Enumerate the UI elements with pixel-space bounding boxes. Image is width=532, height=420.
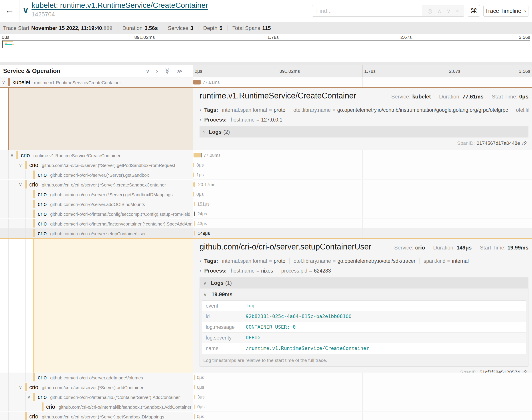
- span-operation: github.com/cri-o/cri-o/server.(*Server).…: [42, 385, 143, 390]
- trace-title-link[interactable]: kubelet: runtime.v1.RuntimeService/Creat…: [31, 1, 208, 10]
- collapse-trace-icon[interactable]: ∨: [22, 5, 29, 15]
- log-entry-header[interactable]: ∨ 19.99ms: [202, 288, 526, 300]
- link-icon[interactable]: [522, 141, 527, 146]
- span-row[interactable]: criogithub.com/cri-o/cri-o/internal/fact…: [0, 219, 532, 228]
- collapse-one-icon[interactable]: ∨: [146, 68, 150, 75]
- span-row[interactable]: criogithub.com/cri-o/cri-o/server.(*Serv…: [0, 189, 532, 199]
- span-bar[interactable]: [193, 173, 194, 177]
- span-row[interactable]: ∨ kubeletruntime.v1.RuntimeService/Creat…: [0, 77, 532, 87]
- logs-accordion[interactable]: ∨ Logs(1): [200, 277, 529, 288]
- expand-all-icon[interactable]: ≫: [176, 68, 182, 75]
- span-duration: 3μs: [197, 392, 205, 402]
- log-fields-table: eventlog id92b82381-025c-4a64-815c-ba2e1…: [202, 300, 526, 354]
- span-duration: 43μs: [197, 219, 207, 228]
- start-time-value: 19.99ms: [507, 245, 529, 251]
- process-row[interactable]: › Process: host.name=nixos process.pid=6…: [200, 268, 529, 274]
- span-row[interactable]: criogithub.com/cri-o/cri-o/server.addIma…: [0, 373, 532, 382]
- span-row[interactable]: ∨ criogithub.com/cri-o/cri-o/server.(*Se…: [0, 382, 532, 392]
- divider: [163, 25, 163, 31]
- services-value: 3: [190, 25, 193, 31]
- span-row[interactable]: criogithub.com/cri-o/cri-o/server.addOCI…: [0, 199, 532, 209]
- span-row[interactable]: criogithub.com/cri-o/cri-o/server.(*Serv…: [0, 170, 532, 180]
- chevron-right-icon[interactable]: ›: [200, 107, 201, 113]
- find-input[interactable]: [312, 5, 422, 16]
- span-row-selected[interactable]: criogithub.com/cri-o/cri-o/server.setupC…: [0, 228, 532, 238]
- back-button[interactable]: ←: [5, 5, 14, 15]
- chevron-right-icon[interactable]: ›: [200, 268, 201, 274]
- span-row[interactable]: ∨ crioruntime.v1.RuntimeService/CreateCo…: [0, 150, 532, 160]
- span-duration: 0μs: [197, 412, 204, 420]
- span-bar[interactable]: [194, 211, 194, 216]
- expand-one-icon[interactable]: ›: [156, 68, 158, 75]
- process-value: nixos: [261, 268, 273, 274]
- services-label: Services: [168, 25, 188, 31]
- chevron-down-icon[interactable]: ∨: [19, 160, 22, 170]
- clear-search-icon[interactable]: ×: [456, 8, 459, 14]
- log-field-key: event: [202, 303, 246, 309]
- span-operation: github.com/cri-o/cri-o/internal/lib/sand…: [59, 405, 191, 410]
- span-bar[interactable]: [194, 395, 195, 399]
- chevron-down-icon[interactable]: ∨: [10, 150, 14, 160]
- span-bar[interactable]: [193, 80, 201, 85]
- span-bar[interactable]: [194, 231, 195, 236]
- span-bar[interactable]: [194, 385, 195, 390]
- span-duration: 149μs: [198, 228, 210, 238]
- minimap-span: [5, 44, 12, 45]
- divider: [117, 25, 117, 31]
- span-color-bar: [33, 373, 35, 381]
- span-row[interactable]: criogithub.com/cri-o/cri-o/internal/lib/…: [0, 402, 532, 412]
- span-row[interactable]: ∨ criogithub.com/cri-o/cri-o/internal/li…: [0, 392, 532, 402]
- span-bar[interactable]: [194, 153, 201, 157]
- chevron-right-icon[interactable]: ›: [200, 117, 201, 123]
- span-detail-row: github.com/cri-o/cri-o/server.setupConta…: [0, 238, 532, 373]
- span-service: crio: [38, 172, 47, 178]
- next-match-icon[interactable]: ∨: [447, 8, 451, 14]
- log-field-row: id92b82381-025c-4a64-815c-ba2e1bb08100: [202, 311, 526, 322]
- chevron-down-icon[interactable]: ∨: [19, 180, 22, 189]
- keyboard-shortcuts-button[interactable]: ⌘: [468, 5, 480, 17]
- chevron-right-icon[interactable]: ›: [200, 258, 201, 264]
- span-service: crio: [38, 191, 47, 197]
- tags-row[interactable]: › Tags: internal.span.format=proto otel.…: [200, 107, 529, 113]
- chevron-down-icon[interactable]: ∨: [27, 392, 31, 402]
- collapse-all-icon[interactable]: ≫: [164, 68, 171, 74]
- link-icon[interactable]: [522, 370, 527, 373]
- minimap-canvas[interactable]: [2, 40, 530, 60]
- tag-key: span.kind: [424, 258, 445, 264]
- start-time-value: 0μs: [519, 94, 529, 100]
- span-operation: github.com/cri-o/cri-o/server.(*Server).…: [42, 182, 166, 187]
- span-bar[interactable]: [194, 202, 195, 206]
- log-field-value: log: [246, 303, 255, 309]
- minimap-tick: 3.56s: [519, 35, 530, 40]
- span-duration: 8μs: [196, 160, 204, 170]
- span-bar[interactable]: [194, 221, 195, 226]
- total-spans-label: Total Spans: [232, 25, 260, 31]
- column-resizer[interactable]: [191, 73, 192, 77]
- span-row[interactable]: ∨ criogithub.com/cri-o/cri-o/server.(*Se…: [0, 160, 532, 170]
- span-row[interactable]: criogithub.com/cri-o/cri-o/internal/conf…: [0, 209, 532, 219]
- span-operation: github.com/cri-o/cri-o/server.(*Server).…: [50, 173, 149, 178]
- span-duration: 0μs: [197, 373, 204, 382]
- span-bar[interactable]: [194, 414, 195, 419]
- tags-row[interactable]: › Tags: internal.span.format=proto otel.…: [200, 258, 529, 264]
- tag-key: otel.library.name: [294, 258, 331, 264]
- locate-icon[interactable]: ◎: [427, 8, 432, 14]
- process-row[interactable]: › Process: host.name=127.0.0.1: [200, 117, 529, 123]
- log-field-value: DEBUG: [246, 335, 260, 341]
- span-row[interactable]: criogithub.com/cri-o/cri-o/server.(*Serv…: [0, 412, 532, 420]
- logs-count: (2): [223, 129, 230, 135]
- minimap-span: [3, 41, 13, 42]
- span-bar[interactable]: [193, 192, 194, 196]
- span-row[interactable]: ∨ criogithub.com/cri-o/cri-o/server.(*Se…: [0, 180, 532, 189]
- logs-accordion[interactable]: › Logs(2): [200, 126, 529, 137]
- trace-summary-bar: Trace Start November 15 2022, 11:19:40.8…: [0, 22, 532, 34]
- view-selector-button[interactable]: Trace Timeline ∨: [483, 5, 529, 17]
- chevron-down-icon[interactable]: ∨: [2, 77, 5, 87]
- span-bar[interactable]: [194, 375, 195, 380]
- span-bar[interactable]: [193, 182, 195, 187]
- span-bar[interactable]: [193, 163, 194, 167]
- prev-match-icon[interactable]: ∧: [438, 8, 441, 14]
- chevron-down-icon[interactable]: ∨: [19, 382, 22, 392]
- chevron-down-icon: ∨: [203, 280, 207, 286]
- span-bar[interactable]: [194, 405, 195, 409]
